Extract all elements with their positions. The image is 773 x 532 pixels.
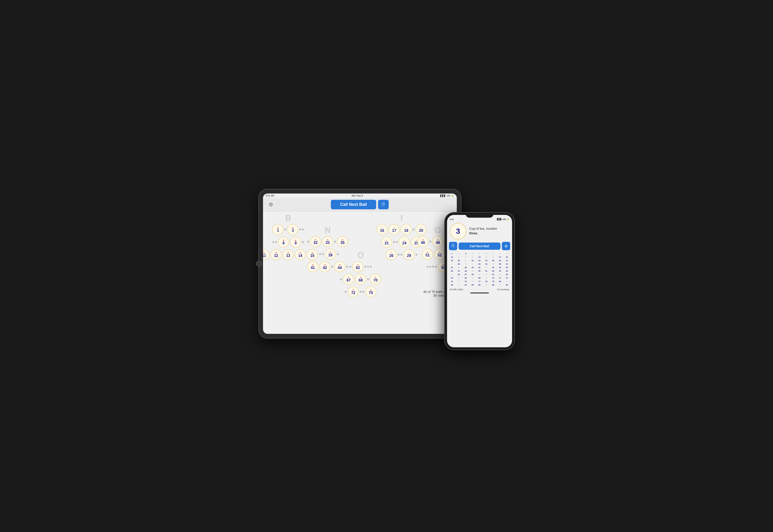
dot: [299, 229, 301, 230]
mini-ball-41: 41: [476, 266, 483, 269]
mini-ball-36: 36: [504, 263, 510, 266]
dot: [415, 254, 417, 256]
ball-b1: B1: [272, 224, 283, 235]
mini-dot-13: [472, 256, 473, 258]
ipad-status-right: ▋▋▋ wifi 🔋: [440, 194, 454, 197]
settings-button[interactable]: ⚙: [267, 200, 275, 209]
ipad-date: Mon Sep 9: [352, 194, 363, 197]
iphone-signal-icon: ▋▋▋: [497, 218, 502, 220]
mini-dot-21: [465, 260, 466, 261]
mini-ball-85: 85: [469, 283, 476, 286]
dot: [435, 266, 437, 268]
mini-ball-61: 61: [490, 273, 497, 276]
current-ball-number: 3: [456, 227, 460, 236]
mini-ball-18: 18: [504, 256, 510, 259]
mini-ball-43: 43: [490, 266, 497, 269]
dot: [307, 241, 309, 243]
mini-ball-10: 10: [449, 256, 455, 259]
dot: [370, 266, 372, 268]
mini-ball-56: 56: [456, 273, 462, 276]
mini-ball-26: 26: [497, 259, 503, 262]
ipad-screen: 9:41 AM Mon Sep 9 ▋▋▋ wifi 🔋 ⚙ Call Next…: [263, 194, 457, 334]
iphone-notch: [466, 213, 493, 218]
iphone-call-next-ball-button[interactable]: Call Next Ball: [459, 243, 500, 250]
dot: [362, 291, 364, 293]
call-next-ball-button[interactable]: Call Next Ball: [331, 200, 376, 209]
ball-o70: O70: [370, 274, 381, 285]
iphone-timer-button[interactable]: ⏱: [449, 242, 457, 250]
iphone-wifi-icon: wifi: [503, 218, 506, 220]
letter-g: G: [434, 225, 441, 235]
mini-ball-20: 20: [456, 259, 462, 262]
mini-ball-75: 75: [463, 280, 469, 283]
dot: [345, 291, 347, 293]
mini-dot-87: [486, 284, 487, 286]
dot: [322, 253, 324, 255]
ball-n41: N41: [307, 261, 318, 272]
dot: [272, 241, 274, 243]
mini-ball-86: 86: [476, 283, 483, 286]
mini-ball-71: 71: [497, 276, 503, 279]
dot: [401, 254, 402, 256]
ball-o72: O72: [348, 286, 359, 297]
ball-b11: B11: [263, 249, 270, 260]
dot: [360, 291, 362, 293]
timer-button[interactable]: ⏱: [378, 200, 389, 209]
iphone-number-grid: 1310141718192022232425262729323335363739…: [447, 251, 512, 287]
mini-ball-50: 50: [476, 269, 483, 273]
mini-dot-15: [486, 256, 487, 258]
mini-ball-84: 84: [463, 283, 469, 286]
ball-desc-text: Cup of tea, number: [469, 227, 497, 230]
mini-ball-82: 82: [449, 283, 455, 286]
mini-ball-39: 39: [463, 266, 469, 269]
mini-dot-30: [465, 263, 466, 265]
mini-dot-16: [493, 256, 494, 258]
ball-i21: I21: [381, 236, 392, 248]
mini-dot-11: [458, 256, 459, 258]
mini-dot-62: [500, 274, 501, 275]
iphone-frame: 9:41 ▋▋▋ wifi 🔋 3 Cup of tea, number thr…: [445, 213, 514, 350]
ball-i18: I18: [401, 224, 412, 235]
mini-dot-8: [500, 253, 501, 254]
mini-dot-2: [458, 253, 459, 254]
current-ball-display: 3 Cup of tea, number three.: [447, 220, 512, 241]
ball-b14: B14: [295, 249, 306, 260]
letter-i: I: [400, 213, 403, 223]
iphone-screen: 9:41 ▋▋▋ wifi 🔋 3 Cup of tea, number thr…: [447, 215, 512, 347]
mini-ball-45: 45: [504, 266, 510, 269]
iphone-settings-button[interactable]: ⚙: [502, 242, 510, 250]
mini-dot-6: [486, 253, 487, 254]
mini-ball-3: 3: [463, 252, 469, 255]
dot: [429, 266, 431, 268]
dot: [398, 254, 400, 256]
ball-word: three.: [469, 231, 478, 235]
mini-dot-60: [486, 274, 487, 275]
mini-dot-31: [472, 263, 473, 265]
battery-icon: 🔋: [451, 194, 454, 197]
dot: [331, 266, 333, 268]
mini-ball-24: 24: [483, 259, 490, 262]
mini-dot-81: [506, 281, 507, 282]
mini-ball-53: 53: [497, 269, 503, 273]
dot: [432, 266, 434, 268]
ipad-home-button[interactable]: [256, 261, 262, 266]
iphone-controls: ⏱ Call Next Ball ⚙: [447, 241, 512, 251]
ball-n42: N42: [319, 261, 330, 272]
mini-dot-67: [472, 277, 473, 279]
dot: [319, 253, 321, 255]
dot: [349, 266, 351, 268]
mini-dot-59: [479, 274, 480, 275]
mini-ball-90: 90: [504, 283, 510, 286]
mini-ball-22: 22: [469, 259, 476, 262]
dot: [367, 266, 369, 268]
iphone-remaining: 26 remaining: [497, 288, 509, 291]
ball-i29: I29: [403, 249, 414, 260]
ball-b8: B8: [278, 236, 289, 248]
mini-dot-74: [458, 281, 459, 282]
iphone-balls-called: 64 balls called: [450, 288, 463, 291]
dot: [340, 278, 342, 280]
ball-n33: N33: [322, 236, 333, 247]
mini-dot-55: [451, 274, 453, 275]
mini-dot-49: [472, 270, 473, 272]
mini-dot-28: [451, 263, 453, 265]
